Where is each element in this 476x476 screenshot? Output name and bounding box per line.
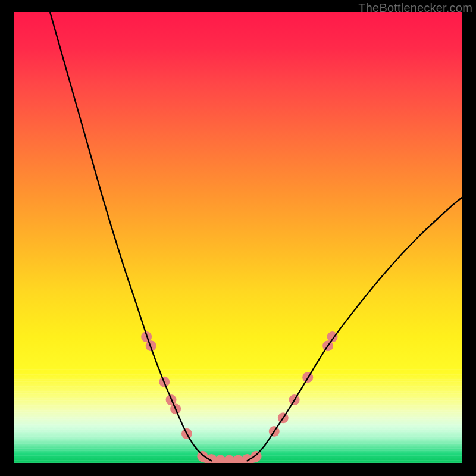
plot-area	[14, 12, 462, 463]
marker-dot	[251, 451, 262, 462]
marker-dot	[224, 455, 234, 463]
watermark-text: TheBottlenecker.com	[358, 1, 472, 15]
curves-layer	[14, 12, 462, 463]
marker-dot	[215, 455, 226, 463]
chart-stage: TheBottlenecker.com	[0, 0, 476, 476]
left-curve	[50, 12, 211, 461]
